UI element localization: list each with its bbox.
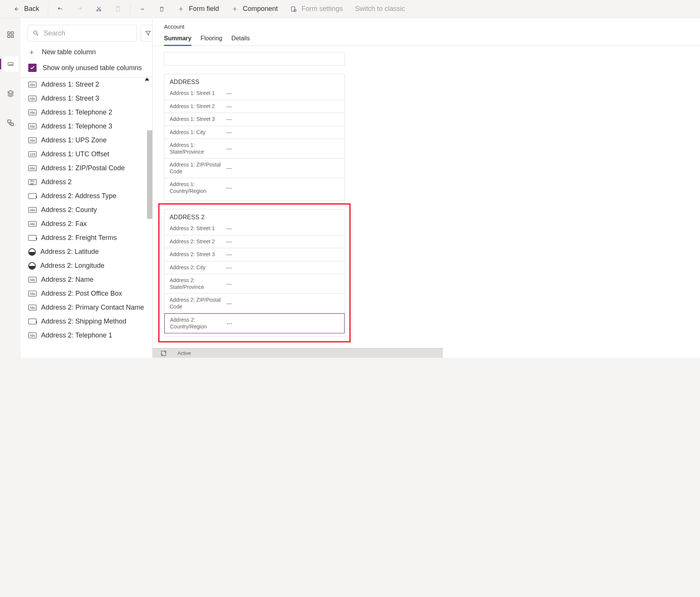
scroll-up-icon[interactable]	[145, 78, 149, 81]
float-icon	[28, 248, 36, 256]
switch-classic-button[interactable]: Switch to classic	[350, 0, 410, 18]
form-field[interactable]: Address 2: State/Province---	[164, 274, 345, 294]
field-value: ---	[226, 225, 232, 232]
form-field[interactable]: Address 1: Street 2---	[164, 100, 345, 113]
column-item[interactable]: AbcAddress 2: Post Office Box	[21, 287, 152, 301]
column-item[interactable]: AbcAddress 1: UPS Zone	[21, 133, 152, 147]
field-label: Address 1: State/Province	[170, 142, 226, 155]
form-settings-button[interactable]: Form settings	[285, 0, 348, 18]
new-table-column-button[interactable]: New table column	[21, 41, 152, 58]
column-item[interactable]: 123Address 1: UTC Offset	[21, 147, 152, 161]
column-item[interactable]: AbcAddress 2: Fax	[21, 217, 152, 231]
column-item[interactable]: Address 2: Address Type	[21, 189, 152, 203]
svg-rect-15	[161, 351, 166, 356]
field-label: Address 1: City	[170, 129, 226, 136]
tab-flooring[interactable]: Flooring	[201, 32, 222, 46]
paste-icon	[115, 6, 121, 12]
form-field[interactable]: Address 2: City---	[164, 261, 345, 275]
column-item[interactable]: AbcAddress 1: Telephone 2	[21, 105, 152, 119]
svg-point-0	[96, 9, 98, 11]
show-unused-toggle[interactable]: Show only unused table columns	[21, 58, 152, 78]
text-icon: Abc	[28, 124, 37, 129]
field-label: Address 2: City	[170, 264, 226, 271]
column-label: Address 2: Freight Terms	[41, 234, 117, 242]
field-value: ---	[227, 320, 232, 327]
tab-details[interactable]: Details	[231, 32, 250, 46]
field-label: Address 1: Country/Region	[170, 181, 226, 194]
form-field[interactable]: Address 1: City---	[164, 126, 345, 139]
expand-icon[interactable]	[160, 350, 167, 357]
column-label: Address 2: Post Office Box	[41, 290, 122, 298]
column-item[interactable]: Address 2: Freight Terms	[21, 231, 152, 245]
form-field[interactable]: Address 2: ZIP/Postal Code---	[164, 294, 345, 313]
svg-rect-9	[11, 35, 13, 38]
form-field[interactable]: Address 2: Street 1---	[164, 222, 345, 235]
column-label: Address 2	[41, 178, 72, 186]
field-value: ---	[226, 129, 232, 136]
cut-icon	[95, 6, 102, 12]
form-field[interactable]: Address 1: State/Province---	[164, 139, 345, 159]
column-label: Address 1: Telephone 2	[41, 108, 112, 116]
text-icon: Abc	[28, 277, 37, 282]
field-value: ---	[226, 145, 232, 152]
search-input[interactable]	[43, 29, 132, 38]
entity-title: Account	[164, 21, 689, 32]
switch-label: Switch to classic	[355, 5, 405, 13]
rail-components[interactable]	[3, 27, 18, 42]
component-button[interactable]: Component	[226, 0, 283, 18]
column-item[interactable]: AbcdefAddress 2	[21, 175, 152, 189]
redo-button[interactable]	[71, 0, 88, 18]
form-field[interactable]: Address 1: ZIP/Postal Code---	[164, 159, 345, 178]
form-field-button[interactable]: Form field	[172, 0, 224, 18]
form-field[interactable]: Address 2: Country/Region---	[164, 313, 345, 333]
column-item[interactable]: AbcAddress 1: Street 2	[21, 78, 152, 92]
svg-rect-7	[11, 32, 13, 34]
form-field[interactable]: Address 1: Street 1---	[164, 87, 345, 100]
form-field[interactable]: Address 2: Street 3---	[164, 248, 345, 261]
text-icon: Abc	[28, 333, 37, 338]
svg-rect-4	[291, 7, 295, 11]
field-label: Address 2: Street 2	[170, 238, 226, 245]
rail-layers[interactable]	[3, 86, 18, 101]
column-item[interactable]: Address 2: Latitude	[21, 245, 152, 259]
back-button[interactable]: Back	[8, 0, 44, 18]
filter-icon	[145, 30, 152, 37]
column-item[interactable]: AbcAddress 2: Telephone 1	[21, 328, 152, 342]
column-label: Address 2: Shipping Method	[41, 318, 126, 325]
empty-section[interactable]	[164, 52, 345, 66]
back-arrow-icon	[13, 6, 20, 12]
svg-rect-12	[8, 120, 11, 123]
form-field-label: Form field	[189, 5, 219, 13]
section-address2[interactable]: ADDRESS 2 Address 2: Street 1---Address …	[164, 209, 345, 337]
column-item[interactable]: AbcAddress 1: ZIP/Postal Code	[21, 161, 152, 175]
column-item[interactable]: AbcAddress 1: Street 3	[21, 92, 152, 105]
tab-summary[interactable]: Summary	[164, 32, 191, 46]
column-item[interactable]: AbcAddress 2: Primary Contact Name	[21, 301, 152, 315]
cut-button[interactable]	[90, 0, 107, 18]
form-field[interactable]: Address 1: Street 3---	[164, 113, 345, 126]
rail-columns[interactable]: Abc	[3, 56, 18, 72]
column-item[interactable]: Address 2: Shipping Method	[21, 315, 152, 328]
rail-tree[interactable]	[3, 115, 18, 130]
column-item[interactable]: Address 2: Longitude	[21, 259, 152, 273]
form-field[interactable]: Address 2: Street 2---	[164, 235, 345, 249]
column-item[interactable]: AbcAddress 2: County	[21, 203, 152, 217]
column-list[interactable]: AbcAddress 1: Street 2AbcAddress 1: Stre…	[21, 78, 152, 358]
column-item[interactable]: AbcAddress 2: Name	[21, 273, 152, 287]
optionset-icon	[28, 235, 37, 241]
paste-button[interactable]	[109, 0, 127, 18]
delete-button[interactable]	[153, 0, 170, 18]
column-label: Address 2: Name	[41, 276, 93, 284]
show-unused-label: Show only unused table columns	[43, 64, 142, 72]
scrollbar-thumb[interactable]	[147, 130, 152, 219]
component-label: Component	[243, 5, 278, 13]
dropdown-button[interactable]	[134, 0, 151, 18]
field-value: ---	[226, 103, 232, 110]
plus-icon	[231, 6, 238, 12]
toolbar-separator	[130, 5, 130, 14]
form-field[interactable]: Address 1: Country/Region---	[164, 178, 345, 197]
undo-button[interactable]	[52, 0, 69, 18]
column-item[interactable]: AbcAddress 1: Telephone 3	[21, 119, 152, 133]
svg-rect-6	[8, 32, 10, 34]
section-address[interactable]: ADDRESS Address 1: Street 1---Address 1:…	[164, 74, 345, 201]
